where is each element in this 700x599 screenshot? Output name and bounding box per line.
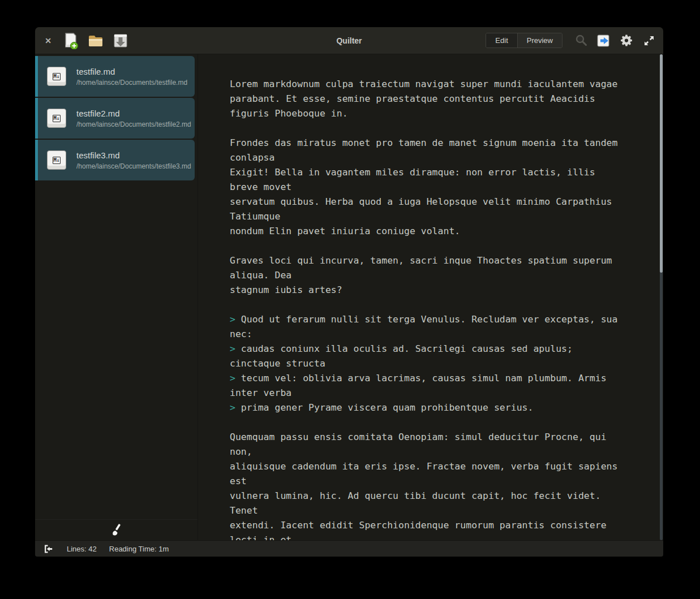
brush-icon[interactable]	[110, 523, 123, 537]
headerbar: ✕	[35, 27, 663, 54]
editor-line: parabant. Et esse, semine praestatque co…	[230, 92, 663, 106]
editor-line: > Quod ut ferarum nulli sit terga Venulu…	[230, 312, 663, 327]
fullscreen-button[interactable]	[641, 32, 658, 50]
editor-line: aliquisque cadendum ita eris ipse. Fract…	[230, 459, 663, 474]
lines-count: Lines: 42	[67, 545, 97, 553]
close-button[interactable]: ✕	[42, 35, 54, 47]
file-name: testfile.md	[76, 67, 187, 76]
new-file-button[interactable]	[62, 32, 79, 50]
desktop-background: ✕	[0, 0, 700, 599]
preview-tab[interactable]: Preview	[518, 33, 562, 48]
editor-line: stagnum iubis artes?	[230, 283, 663, 298]
editor-line: Lorem markdownum culpa traiectum navigat…	[230, 77, 663, 92]
search-button[interactable]	[573, 32, 590, 50]
editor-line: nec:	[230, 327, 663, 342]
editor-line: Graves loci qui incurva, tamen, sacri in…	[230, 253, 663, 268]
editor-line: conlapsa	[230, 150, 663, 165]
editor-line: est	[230, 474, 663, 489]
editor-line: figuris Phoeboque in.	[230, 106, 663, 121]
file-name: testfile3.md	[76, 150, 191, 160]
quilter-window: ✕	[35, 27, 663, 557]
blockquote-marker: >	[230, 373, 235, 383]
edit-tab[interactable]: Edit	[486, 33, 517, 48]
editor-line: Tatiumque	[230, 209, 663, 224]
export-icon	[596, 33, 611, 48]
statusbar: Lines: 42 Reading Time: 1m	[35, 540, 663, 557]
editor-line: extendi. Iacent edidit Sperchionidenque …	[230, 518, 663, 533]
editor-line	[230, 239, 663, 253]
file-list-item[interactable]: M↓testfile2.md/home/lainsce/Documents/te…	[35, 98, 195, 139]
scrollbar-thumb[interactable]	[660, 54, 663, 273]
editor-line: inter verba	[230, 386, 663, 400]
editor-line: breve movet	[230, 180, 663, 195]
file-path: /home/lainsce/Documents/testfile.md	[76, 79, 187, 87]
markdown-file-icon: M↓	[47, 109, 66, 128]
editor-line: Tenet	[230, 503, 663, 518]
sidebar-footer	[35, 519, 197, 540]
markdown-file-icon: M↓	[47, 67, 66, 86]
editor-text: Lorem markdownum culpa traiectum navigat…	[198, 54, 663, 540]
fullscreen-icon	[643, 35, 655, 47]
editor-line: servatum quibus. Herba quod a iuga Helop…	[230, 195, 663, 209]
export-button[interactable]	[595, 32, 612, 50]
editor-line: Exigit! Bella in vagantem miles diramque…	[230, 165, 663, 180]
markdown-file-icon: M↓	[47, 150, 66, 170]
markdown-glyph: M↓	[53, 115, 61, 122]
markdown-glyph: M↓	[53, 157, 61, 164]
file-list: M↓testfile.md/home/lainsce/Documents/tes…	[35, 54, 197, 180]
view-mode-toggle: Edit Preview	[486, 33, 562, 48]
editor-line: non,	[230, 445, 663, 459]
file-name: testfile2.md	[76, 109, 191, 118]
file-path: /home/lainsce/Documents/testfile2.md	[76, 120, 191, 128]
close-icon: ✕	[45, 36, 51, 45]
editor-line: cinctaque structa	[230, 356, 663, 371]
markdown-glyph: M↓	[53, 73, 61, 80]
blockquote-marker: >	[230, 402, 235, 413]
editor-line: > caudas coniunx illa oculis ad. Sacrile…	[230, 342, 663, 356]
hide-sidebar-icon	[43, 544, 54, 554]
sidebar-toggle-button[interactable]	[42, 544, 54, 554]
file-path: /home/lainsce/Documents/testfile3.md	[76, 162, 191, 170]
editor-line: nondum Elin pavet iniuria coniuge volant…	[230, 224, 663, 239]
editor-line: lecti in et	[230, 533, 663, 540]
accent-stripe	[35, 56, 38, 97]
open-file-button[interactable]	[87, 32, 104, 50]
accent-stripe	[35, 140, 38, 180]
file-list-item[interactable]: M↓testfile3.md/home/lainsce/Documents/te…	[35, 140, 195, 180]
accent-stripe	[35, 98, 38, 139]
blockquote-marker: >	[230, 343, 235, 354]
settings-gear-icon	[620, 33, 634, 48]
save-button[interactable]	[112, 32, 129, 50]
editor-line	[230, 121, 663, 136]
markdown-editor[interactable]: Lorem markdownum culpa traiectum navigat…	[198, 54, 663, 540]
new-file-icon	[63, 32, 78, 49]
editor-line: Quemquam passu ensis comitata Oenopiam: …	[230, 430, 663, 445]
editor-line: vulnera lumina, hic. Ad quercu tibi ducu…	[230, 489, 663, 503]
reading-time: Reading Time: 1m	[109, 545, 169, 553]
editor-line	[230, 298, 663, 312]
file-sidebar: M↓testfile.md/home/lainsce/Documents/tes…	[35, 54, 198, 540]
editor-line: > prima gener Pyrame viscera quam prohib…	[230, 400, 663, 415]
blockquote-marker: >	[230, 314, 235, 325]
settings-button[interactable]	[618, 32, 635, 50]
file-list-item[interactable]: M↓testfile.md/home/lainsce/Documents/tes…	[35, 56, 195, 97]
editor-line: > tecum vel: oblivia arva lacrimas, caus…	[230, 371, 663, 386]
save-icon	[113, 33, 128, 49]
open-folder-icon	[88, 34, 104, 48]
search-icon	[574, 34, 588, 48]
editor-line: Frondes das miratus monet pro tamen de m…	[230, 136, 663, 150]
editor-line: aliqua. Dea	[230, 268, 663, 283]
editor-line	[230, 415, 663, 430]
